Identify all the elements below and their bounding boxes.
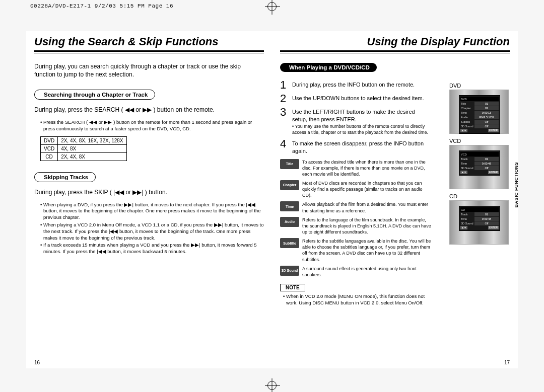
- osd-btn-icon: ▲▼: [460, 129, 467, 132]
- step-text: During play, press the INFO button on th…: [292, 80, 415, 91]
- def-tag-chapter-icon: Chapter: [280, 180, 299, 190]
- def-tag-title-icon: Title: [280, 159, 299, 169]
- def-text: Allows playback of the film from a desir…: [302, 201, 431, 213]
- osd-row-val: Off: [474, 166, 499, 170]
- def-row: TimeAllows playback of the film from a d…: [280, 201, 431, 213]
- step-num: 1: [280, 80, 292, 91]
- osd-row-val: 0:00:13: [474, 111, 499, 115]
- step-num: 4: [280, 139, 292, 155]
- osd-screen-cd: CD Track01 Time0:00:48 3D SoundOff ▲▼ENT…: [449, 200, 509, 245]
- osd-btn-icon: ▲▼: [460, 171, 467, 174]
- speed-cell: 4X, 8X: [58, 144, 126, 152]
- osd-label-cd: CD: [449, 193, 510, 199]
- osd-row-val: Off: [474, 221, 499, 225]
- osd-screen-dvd: DVD Title01 Chapter02 Time0:00:13 AudioE…: [449, 90, 509, 134]
- osd-row-lab: Audio: [460, 116, 474, 119]
- spread: Using the Search & Skip Functions During…: [26, 31, 518, 368]
- def-text: Refers to the subtitle languages availab…: [302, 238, 431, 263]
- def-text: Refers to the language of the film sound…: [302, 217, 431, 235]
- registration-mark-bottom-icon: [267, 381, 277, 390]
- speed-cell: DVD: [41, 136, 58, 144]
- left-title: Using the Search & Skip Functions: [34, 35, 264, 48]
- note-label: NOTE: [280, 284, 305, 291]
- osd-row-lab: Time: [460, 162, 474, 165]
- osd-row-lab: 3D Sound: [460, 222, 474, 225]
- def-tag-time-icon: Time: [280, 201, 299, 211]
- step-text: Use the UP/DOWN buttons to select the de…: [292, 94, 424, 104]
- step: 1 During play, press the INFO button on …: [280, 80, 431, 91]
- left-page: Using the Search & Skip Functions During…: [26, 31, 272, 368]
- page-root: 00228A/DVD-E217-1 9/2/03 5:15 PM Page 16…: [0, 0, 544, 392]
- page-number-left: 16: [34, 360, 40, 365]
- step: 2 Use the UP/DOWN buttons to select the …: [280, 94, 431, 104]
- osd-header: CD: [460, 208, 474, 211]
- step-num: 3: [280, 107, 292, 136]
- def-tag-audio-icon: Audio: [280, 217, 299, 227]
- osd-row-lab: 3D Sound: [460, 125, 474, 128]
- osd-row-val: 0:00:48: [474, 217, 499, 221]
- osd-row-lab: Track: [460, 213, 474, 216]
- step-text: To make the screen disappear, press the …: [292, 139, 431, 155]
- speed-cell: 2X, 4X, 8X: [58, 152, 126, 161]
- def-row: TitleTo access the desired title when th…: [280, 159, 431, 177]
- osd-row-val: 0:00:48: [474, 162, 499, 166]
- osd-btn-icon: ▲▼: [460, 226, 467, 229]
- page-number-right: 17: [504, 360, 510, 365]
- osd-screen-vcd: VCD Track01 Time0:00:48 3D SoundOff ▲▼EN…: [449, 145, 509, 189]
- def-tag-subtitle-icon: Subtitle: [280, 238, 299, 248]
- speed-cell: 2X, 4X, 8X, 16X, 32X, 128X: [58, 136, 126, 144]
- def-row: ChapterMost of DVD discs are recorded in…: [280, 180, 431, 198]
- osd-panel: CD Track01 Time0:00:48 3D SoundOff ▲▼ENT…: [459, 206, 500, 231]
- search-fine-item: Press the SEARCH ( ◀◀ or ▶▶ ) button on …: [40, 119, 264, 132]
- step-text: Use the LEFT/RIGHT buttons to make the d…: [292, 107, 431, 136]
- osd-row-val: Off: [474, 120, 499, 124]
- pill-skipping-tracks: Skipping Tracks: [34, 172, 96, 182]
- rule-thick: [280, 50, 510, 52]
- note-text-item: When in VCD 2.0 mode (MENU ON mode), thi…: [283, 293, 431, 306]
- left-intro: During play, you can search quickly thro…: [34, 62, 251, 79]
- def-row: AudioRefers to the language of the film …: [280, 217, 431, 235]
- osd-row-lab: Track: [460, 158, 474, 161]
- skip-fine-item: If a track exceeds 15 minutes when playi…: [40, 242, 264, 255]
- right-title: Using the Display Function: [280, 35, 510, 48]
- osd-row-lab: Chapter: [460, 107, 474, 110]
- osd-row-lab: Time: [460, 111, 474, 114]
- osd-btn-icon: ENTER: [488, 226, 499, 229]
- step-num: 2: [280, 94, 292, 104]
- skip-fine-item: When playing a DVD, if you press the ▶▶|…: [40, 202, 264, 221]
- osd-label-vcd: VCD: [449, 138, 510, 144]
- step: 4 To make the screen disappear, press th…: [280, 139, 431, 155]
- osd-column: DVD DVD Title01 Chapter02 Time0:00:13 Au…: [449, 82, 510, 249]
- def-row: SubtitleRefers to the subtitle languages…: [280, 238, 431, 263]
- osd-row-val: 01: [474, 157, 499, 161]
- rule-thin: [34, 53, 264, 53]
- speed-cell: VCD: [41, 144, 58, 152]
- osd-row-val: ENG 5.1CH: [474, 115, 499, 119]
- osd-row-val: 01: [474, 102, 499, 106]
- registration-mark-top-icon: [267, 2, 277, 11]
- osd-header: VCD: [460, 153, 474, 156]
- def-row: 3D SoundA surround sound effect is gener…: [280, 266, 431, 278]
- osd-btn-icon: ENTER: [488, 129, 499, 132]
- skip-line: During play, press the SKIP ( |◀◀ or ▶▶|…: [34, 188, 264, 197]
- osd-label-dvd: DVD: [449, 83, 510, 89]
- osd-row-val: 02: [474, 106, 499, 110]
- osd-row-val: 01: [474, 212, 499, 216]
- skip-fine: When playing a DVD, if you press the ▶▶|…: [40, 202, 264, 256]
- step-subtext: You may use the number buttons of the re…: [292, 124, 431, 135]
- skip-fine-item: When playing a VCD 2.0 in Menu Off mode,…: [40, 222, 264, 241]
- osd-row-lab: 3D Sound: [460, 167, 474, 170]
- right-page: Using the Display Function When Playing …: [272, 31, 518, 368]
- search-fine: Press the SEARCH ( ◀◀ or ▶▶ ) button on …: [40, 119, 264, 132]
- osd-panel: VCD Track01 Time0:00:48 3D SoundOff ▲▼EN…: [459, 150, 500, 176]
- def-text: To access the desired title when there i…: [302, 159, 431, 177]
- osd-row-lab: Title: [460, 102, 474, 105]
- pill-when-playing: When Playing a DVD/VCD/CD: [280, 63, 377, 72]
- osd-row-val: Off: [474, 124, 499, 128]
- search-line: During play, press the SEARCH ( ◀◀ or ▶▶…: [34, 106, 264, 114]
- steps: 1 During play, press the INFO button on …: [280, 80, 431, 155]
- side-tab-basic-functions: BASIC FUNCTIONS: [513, 160, 520, 210]
- def-text: Most of DVD discs are recorded in chapte…: [302, 180, 431, 198]
- osd-row-lab: Time: [460, 217, 474, 220]
- speed-table: DVD2X, 4X, 8X, 16X, 32X, 128X VCD4X, 8X …: [40, 136, 127, 161]
